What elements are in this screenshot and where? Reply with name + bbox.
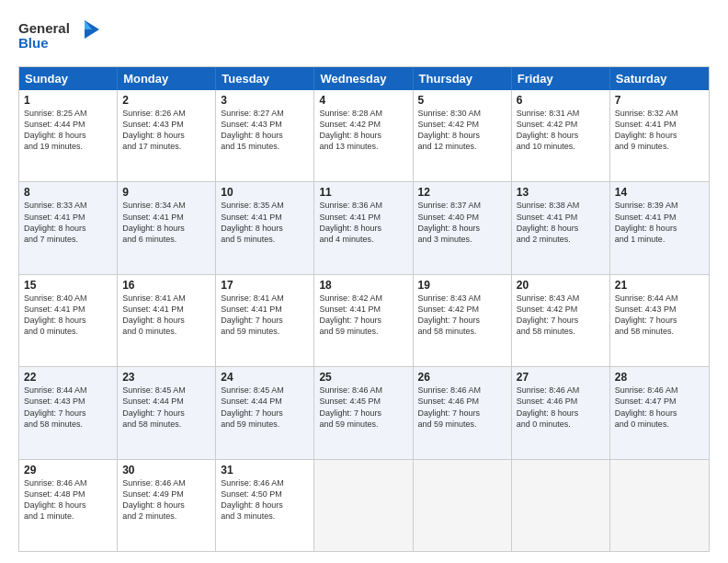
header-day-monday: Monday (118, 67, 216, 90)
cal-cell: 14Sunrise: 8:39 AM Sunset: 4:41 PM Dayli… (610, 182, 709, 273)
cell-data: Sunrise: 8:46 AM Sunset: 4:49 PM Dayligh… (122, 477, 210, 523)
cal-week-1: 1Sunrise: 8:25 AM Sunset: 4:44 PM Daylig… (19, 90, 709, 181)
calendar-body: 1Sunrise: 8:25 AM Sunset: 4:44 PM Daylig… (19, 90, 709, 551)
header-day-thursday: Thursday (414, 67, 512, 90)
cal-cell: 10Sunrise: 8:35 AM Sunset: 4:41 PM Dayli… (216, 182, 314, 273)
logo-block: General Blue (18, 17, 101, 57)
cell-data: Sunrise: 8:32 AM Sunset: 4:41 PM Dayligh… (615, 108, 704, 153)
day-number: 27 (517, 371, 605, 384)
cal-cell: 18Sunrise: 8:42 AM Sunset: 4:41 PM Dayli… (314, 275, 413, 366)
day-number: 13 (517, 186, 605, 199)
cell-data: Sunrise: 8:46 AM Sunset: 4:45 PM Dayligh… (319, 385, 407, 430)
day-number: 1 (24, 94, 112, 107)
day-number: 19 (418, 279, 506, 292)
cal-cell: 27Sunrise: 8:46 AM Sunset: 4:46 PM Dayli… (512, 367, 610, 458)
day-number: 20 (517, 279, 605, 292)
day-number: 15 (24, 279, 112, 292)
cell-data: Sunrise: 8:36 AM Sunset: 4:41 PM Dayligh… (319, 200, 407, 245)
cal-cell: 25Sunrise: 8:46 AM Sunset: 4:45 PM Dayli… (314, 367, 413, 458)
cal-cell: 4Sunrise: 8:28 AM Sunset: 4:42 PM Daylig… (314, 90, 413, 181)
cell-data: Sunrise: 8:38 AM Sunset: 4:41 PM Dayligh… (517, 200, 605, 245)
cal-cell: 31Sunrise: 8:46 AM Sunset: 4:50 PM Dayli… (216, 460, 314, 551)
cal-cell: 2Sunrise: 8:26 AM Sunset: 4:43 PM Daylig… (118, 90, 216, 181)
cell-data: Sunrise: 8:44 AM Sunset: 4:43 PM Dayligh… (24, 385, 112, 430)
day-number: 14 (615, 186, 704, 199)
day-number: 31 (221, 464, 309, 477)
cal-cell: 22Sunrise: 8:44 AM Sunset: 4:43 PM Dayli… (19, 367, 118, 458)
cell-data: Sunrise: 8:46 AM Sunset: 4:46 PM Dayligh… (418, 385, 506, 430)
cell-data: Sunrise: 8:34 AM Sunset: 4:41 PM Dayligh… (122, 200, 210, 245)
day-number: 16 (122, 279, 210, 292)
header-day-wednesday: Wednesday (314, 67, 413, 90)
cal-cell: 21Sunrise: 8:44 AM Sunset: 4:43 PM Dayli… (610, 275, 709, 366)
cell-data: Sunrise: 8:31 AM Sunset: 4:42 PM Dayligh… (517, 108, 605, 153)
cell-data: Sunrise: 8:43 AM Sunset: 4:42 PM Dayligh… (517, 293, 605, 338)
cal-cell (610, 460, 709, 551)
day-number: 6 (517, 94, 605, 107)
svg-text:Blue: Blue (18, 35, 49, 51)
header-day-tuesday: Tuesday (216, 67, 314, 90)
cell-data: Sunrise: 8:39 AM Sunset: 4:41 PM Dayligh… (615, 200, 704, 245)
day-number: 4 (319, 94, 407, 107)
cal-cell: 17Sunrise: 8:41 AM Sunset: 4:41 PM Dayli… (216, 275, 314, 366)
cal-cell: 12Sunrise: 8:37 AM Sunset: 4:40 PM Dayli… (414, 182, 512, 273)
cell-data: Sunrise: 8:26 AM Sunset: 4:43 PM Dayligh… (122, 108, 210, 153)
cell-data: Sunrise: 8:25 AM Sunset: 4:44 PM Dayligh… (24, 108, 112, 153)
cal-cell: 1Sunrise: 8:25 AM Sunset: 4:44 PM Daylig… (19, 90, 118, 181)
header-day-friday: Friday (512, 67, 610, 90)
cell-data: Sunrise: 8:33 AM Sunset: 4:41 PM Dayligh… (24, 200, 112, 245)
day-number: 2 (122, 94, 210, 107)
cal-week-3: 15Sunrise: 8:40 AM Sunset: 4:41 PM Dayli… (19, 274, 709, 366)
cal-cell: 11Sunrise: 8:36 AM Sunset: 4:41 PM Dayli… (314, 182, 413, 273)
cell-data: Sunrise: 8:42 AM Sunset: 4:41 PM Dayligh… (319, 293, 407, 338)
cell-data: Sunrise: 8:44 AM Sunset: 4:43 PM Dayligh… (615, 293, 704, 338)
day-number: 21 (615, 279, 704, 292)
cal-cell: 7Sunrise: 8:32 AM Sunset: 4:41 PM Daylig… (610, 90, 709, 181)
day-number: 11 (319, 186, 407, 199)
cal-cell (314, 460, 413, 551)
cell-data: Sunrise: 8:46 AM Sunset: 4:47 PM Dayligh… (615, 385, 704, 430)
day-number: 10 (221, 186, 309, 199)
cal-week-4: 22Sunrise: 8:44 AM Sunset: 4:43 PM Dayli… (19, 366, 709, 458)
cal-cell: 30Sunrise: 8:46 AM Sunset: 4:49 PM Dayli… (118, 460, 216, 551)
cal-cell: 24Sunrise: 8:45 AM Sunset: 4:44 PM Dayli… (216, 367, 314, 458)
cell-data: Sunrise: 8:46 AM Sunset: 4:50 PM Dayligh… (221, 477, 309, 523)
day-number: 18 (319, 279, 407, 292)
cal-cell (414, 460, 512, 551)
day-number: 26 (418, 371, 506, 384)
cal-cell: 15Sunrise: 8:40 AM Sunset: 4:41 PM Dayli… (19, 275, 118, 366)
cal-cell: 3Sunrise: 8:27 AM Sunset: 4:43 PM Daylig… (216, 90, 314, 181)
cal-cell: 5Sunrise: 8:30 AM Sunset: 4:42 PM Daylig… (414, 90, 512, 181)
cell-data: Sunrise: 8:30 AM Sunset: 4:42 PM Dayligh… (418, 108, 506, 153)
day-number: 7 (615, 94, 704, 107)
cell-data: Sunrise: 8:37 AM Sunset: 4:40 PM Dayligh… (418, 200, 506, 245)
cell-data: Sunrise: 8:28 AM Sunset: 4:42 PM Dayligh… (319, 108, 407, 153)
header-day-sunday: Sunday (19, 67, 118, 90)
day-number: 28 (615, 371, 704, 384)
cal-cell: 8Sunrise: 8:33 AM Sunset: 4:41 PM Daylig… (19, 182, 118, 273)
cal-cell (512, 460, 610, 551)
day-number: 5 (418, 94, 506, 107)
day-number: 3 (221, 94, 309, 107)
cal-cell: 13Sunrise: 8:38 AM Sunset: 4:41 PM Dayli… (512, 182, 610, 273)
cal-cell: 20Sunrise: 8:43 AM Sunset: 4:42 PM Dayli… (512, 275, 610, 366)
cell-data: Sunrise: 8:45 AM Sunset: 4:44 PM Dayligh… (221, 385, 309, 430)
cell-data: Sunrise: 8:43 AM Sunset: 4:42 PM Dayligh… (418, 293, 506, 338)
cal-week-5: 29Sunrise: 8:46 AM Sunset: 4:48 PM Dayli… (19, 459, 709, 551)
page: General Blue SundayMondayTuesdayWednesda… (0, 0, 728, 563)
day-number: 8 (24, 186, 112, 199)
cal-cell: 23Sunrise: 8:45 AM Sunset: 4:44 PM Dayli… (118, 367, 216, 458)
cell-data: Sunrise: 8:46 AM Sunset: 4:48 PM Dayligh… (24, 477, 112, 523)
day-number: 22 (24, 371, 112, 384)
cell-data: Sunrise: 8:40 AM Sunset: 4:41 PM Dayligh… (24, 293, 112, 338)
cell-data: Sunrise: 8:46 AM Sunset: 4:46 PM Dayligh… (517, 385, 605, 430)
day-number: 29 (24, 464, 112, 477)
cal-cell: 19Sunrise: 8:43 AM Sunset: 4:42 PM Dayli… (414, 275, 512, 366)
day-number: 24 (221, 371, 309, 384)
logo: General Blue (18, 17, 101, 57)
day-number: 30 (122, 464, 210, 477)
day-number: 12 (418, 186, 506, 199)
cell-data: Sunrise: 8:27 AM Sunset: 4:43 PM Dayligh… (221, 108, 309, 153)
cal-cell: 9Sunrise: 8:34 AM Sunset: 4:41 PM Daylig… (118, 182, 216, 273)
cal-week-2: 8Sunrise: 8:33 AM Sunset: 4:41 PM Daylig… (19, 181, 709, 273)
